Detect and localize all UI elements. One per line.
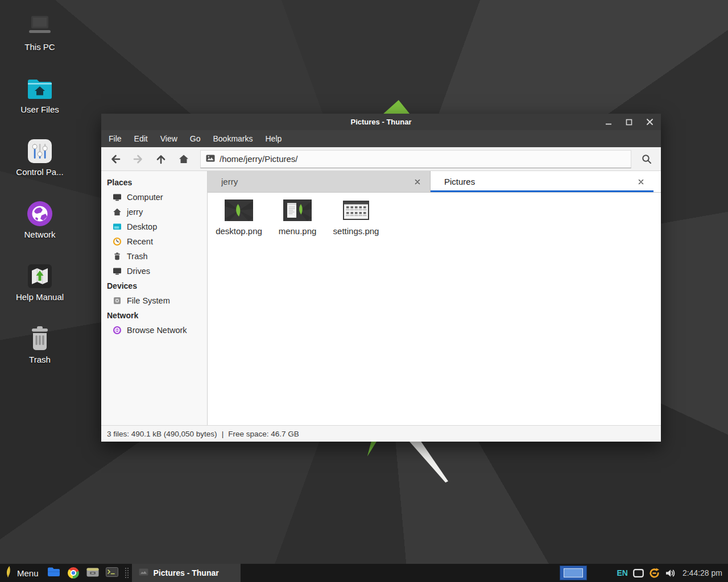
archive-box-icon: [86, 567, 99, 579]
sidebar-section-places: Places: [101, 175, 207, 190]
file-settings-png[interactable]: settings.png: [328, 197, 384, 236]
menu-png-thumbnail: [283, 198, 312, 222]
file-desktop-png[interactable]: desktop.png: [210, 197, 267, 236]
titlebar[interactable]: Pictures - Thunar: [101, 114, 661, 130]
wallpaper-green-sliver: [367, 442, 377, 456]
maximize-button[interactable]: [623, 117, 635, 128]
menu-edit[interactable]: Edit: [128, 130, 154, 147]
keyboard-layout-indicator[interactable]: EN: [617, 568, 627, 577]
taskbar-right: EN 2:44:28 pm: [560, 564, 728, 582]
sliders-icon: [26, 138, 53, 165]
home-button[interactable]: [173, 149, 195, 169]
sidebar-section-network: Network: [101, 308, 207, 323]
file-view[interactable]: desktop.png menu.png settings.png: [208, 193, 661, 425]
desktop-icon-this-pc[interactable]: This PC: [10, 13, 69, 55]
desktop-icon-label: Trash: [29, 355, 51, 364]
menu-help[interactable]: Help: [259, 130, 288, 147]
sidebar-item-desktop[interactable]: Desktop: [101, 219, 207, 234]
start-menu-button[interactable]: Menu: [0, 564, 44, 582]
tab-jerry[interactable]: jerry: [208, 171, 431, 192]
tab-pictures[interactable]: Pictures: [431, 171, 653, 192]
desktop-icon-label: User Files: [20, 105, 59, 114]
toolbar: /home/jerry/Pictures/: [101, 147, 661, 171]
sidebar-item-recent[interactable]: Recent: [101, 234, 207, 249]
search-button[interactable]: [636, 149, 657, 169]
menu-label: Menu: [17, 568, 39, 578]
desktop-icon-label: This PC: [24, 42, 55, 52]
desktop-monitor-icon: [113, 222, 122, 231]
volume-icon[interactable]: [665, 568, 676, 578]
window-body: Places Computer jerry Desktop Recent: [101, 171, 661, 425]
trash-can-icon: [26, 325, 53, 352]
help-manual-icon: [26, 263, 53, 290]
desktop-icon-label: Control Pa...: [16, 167, 63, 177]
pager-window-rect: [564, 568, 583, 577]
desktop-icon-help-manual[interactable]: Help Manual: [10, 263, 69, 305]
menubar: File Edit View Go Bookmarks Help: [101, 130, 661, 147]
menu-file[interactable]: File: [102, 130, 128, 147]
desktop-png-thumbnail: [225, 198, 253, 222]
chrome-launcher[interactable]: [64, 564, 83, 582]
task-window-icon: [139, 568, 148, 578]
status-free-space: Free space: 46.7 GB: [228, 430, 299, 438]
desktop-icon-trash[interactable]: Trash: [10, 325, 69, 367]
blue-folder-icon: [47, 567, 60, 579]
archive-manager-launcher[interactable]: [83, 564, 102, 582]
menu-view[interactable]: View: [154, 130, 184, 147]
sidebar: Places Computer jerry Desktop Recent: [101, 171, 208, 425]
clock[interactable]: 2:44:28 pm: [680, 568, 728, 577]
right-pane: jerry Pictures desktop.png: [208, 171, 661, 425]
sidebar-item-browse-network[interactable]: Browse Network: [101, 323, 207, 338]
close-button[interactable]: [644, 117, 655, 128]
taskbar-left: Menu: [0, 564, 241, 582]
sidebar-item-trash[interactable]: Trash: [101, 249, 207, 264]
globe-icon: [113, 326, 122, 335]
terminal-icon: [106, 567, 118, 579]
desktop-icon-control-panel[interactable]: Control Pa...: [10, 138, 69, 180]
desktop-icon-label: Network: [24, 230, 55, 239]
folder-home-icon: [26, 75, 53, 102]
filesystem-disk-icon: [113, 296, 122, 305]
desktop: This PC User Files Control Pa... Network…: [0, 0, 728, 582]
tab-close-icon[interactable]: [635, 176, 647, 188]
workspace-pager[interactable]: [560, 566, 587, 580]
back-button[interactable]: [105, 149, 126, 169]
display-tray-icon[interactable]: [633, 569, 644, 577]
taskbar: Menu: [0, 564, 728, 582]
desktop-icon-column: This PC User Files Control Pa... Network…: [10, 13, 69, 367]
forward-button[interactable]: [127, 149, 149, 169]
panel-separator-handle[interactable]: [125, 568, 129, 578]
update-notifier-icon[interactable]: [648, 567, 660, 579]
wallpaper-feather-sliver: [410, 442, 448, 483]
desktop-icon-network[interactable]: Network: [10, 200, 69, 242]
sidebar-item-drives[interactable]: Drives: [101, 264, 207, 278]
task-label: Pictures - Thunar: [154, 568, 219, 577]
sidebar-item-file-system[interactable]: File System: [101, 293, 207, 308]
clock-icon: [113, 237, 122, 246]
up-button[interactable]: [150, 149, 172, 169]
tab-bar: jerry Pictures: [208, 171, 661, 193]
window-title: Pictures - Thunar: [101, 118, 661, 126]
sidebar-item-jerry[interactable]: jerry: [101, 205, 207, 219]
desktop-icon-user-files[interactable]: User Files: [10, 75, 69, 117]
terminal-launcher[interactable]: [102, 564, 122, 582]
path-text: /home/jerry/Pictures/: [220, 154, 298, 164]
home-icon: [113, 207, 122, 217]
taskbar-task-thunar[interactable]: Pictures - Thunar: [132, 564, 241, 582]
path-bar[interactable]: /home/jerry/Pictures/: [200, 150, 631, 168]
status-bar: 3 files: 490.1 kB (490,050 bytes) | Free…: [101, 425, 661, 442]
settings-png-thumbnail: [343, 198, 369, 222]
minimize-button[interactable]: [603, 117, 614, 128]
file-menu-png[interactable]: menu.png: [269, 197, 326, 236]
menu-go[interactable]: Go: [184, 130, 207, 147]
file-manager-launcher[interactable]: [44, 564, 64, 582]
tab-close-icon[interactable]: [412, 176, 423, 188]
menu-bookmarks[interactable]: Bookmarks: [206, 130, 259, 147]
thunar-window: Pictures - Thunar File Edit View Go Book…: [101, 114, 661, 442]
network-globe-icon: [26, 200, 53, 227]
status-separator: |: [222, 430, 224, 438]
desktop-icon-label: Help Manual: [16, 292, 64, 302]
sidebar-item-computer[interactable]: Computer: [101, 190, 207, 205]
trash-icon: [113, 252, 122, 261]
drive-icon: [113, 267, 122, 276]
